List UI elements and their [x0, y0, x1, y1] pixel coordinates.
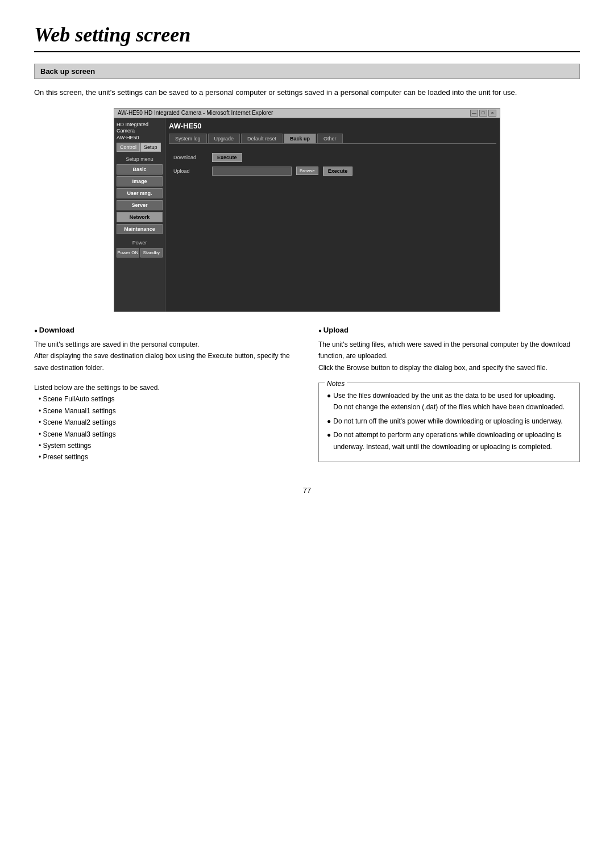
browse-button[interactable]: Browse — [296, 167, 318, 175]
page-number: 77 — [34, 486, 580, 495]
list-item-4: Scene Manual3 settings — [39, 429, 296, 440]
image-button[interactable]: Image — [117, 176, 163, 186]
section-header: Back up screen — [34, 64, 580, 79]
list-item-2: Scene Manual1 settings — [39, 405, 296, 417]
two-column-section: Download The unit's settings are saved i… — [34, 326, 580, 463]
intro-text: On this screen, the unit's settings can … — [34, 87, 580, 99]
notes-text-3: Do not attempt to perform any operations… — [333, 429, 571, 452]
basic-button[interactable]: Basic — [117, 164, 163, 175]
minimize-button[interactable]: — — [470, 110, 478, 117]
control-tab[interactable]: Control — [117, 143, 140, 152]
notes-bullet-3: ● — [327, 429, 331, 452]
upload-label: Upload — [173, 168, 208, 174]
upload-file-input[interactable] — [212, 167, 292, 176]
download-body2: After displaying the save destination di… — [34, 350, 296, 373]
notes-text-2: Do not turn off the unit's power while d… — [333, 416, 562, 427]
download-row: Download Execute — [173, 153, 492, 162]
notes-bullet-1: ● — [327, 390, 331, 413]
camera-model-line1: HD Integrated Camera — [117, 122, 163, 135]
browser-title: AW-HE50 HD Integrated Camera - Microsoft… — [118, 110, 273, 116]
notes-item-3: ● Do not attempt to perform any operatio… — [327, 429, 571, 452]
cam-model-title: AW-HE50 — [169, 122, 496, 130]
download-body3: Listed below are the settings to be save… — [34, 382, 296, 393]
list-item-6: Preset settings — [39, 451, 296, 463]
standby-button[interactable]: Standby — [140, 248, 163, 258]
upgrade-tab[interactable]: Upgrade — [208, 134, 240, 143]
browser-titlebar: AW-HE50 HD Integrated Camera - Microsoft… — [114, 109, 500, 118]
upload-body2: Click the Browse button to display the d… — [318, 362, 580, 373]
power-label: Power — [117, 240, 163, 246]
list-item-1: Scene FullAuto settings — [39, 393, 296, 405]
notes-title: Notes — [325, 378, 347, 389]
power-on-button[interactable]: Power ON — [117, 248, 139, 258]
setup-menu-label: Setup menu — [117, 156, 163, 162]
camera-model-line2: AW-HE50 — [117, 135, 163, 142]
list-item-3: Scene Manual2 settings — [39, 417, 296, 428]
notes-item-2: ● Do not turn off the unit's power while… — [327, 416, 571, 427]
upload-row: Upload Browse Execute — [173, 167, 492, 176]
maximize-button[interactable]: □ — [479, 110, 487, 117]
browser-window: AW-HE50 HD Integrated Camera - Microsoft… — [114, 108, 500, 312]
camera-main-content: AW-HE50 System log Upgrade Default reset… — [165, 118, 500, 312]
other-tab[interactable]: Other — [317, 134, 343, 143]
upload-body1: The unit's setting files, which were sav… — [318, 339, 580, 362]
control-setup-tabs: Control Setup — [117, 143, 163, 152]
download-description: Download The unit's settings are saved i… — [34, 326, 296, 463]
user-mng-button[interactable]: User mng. — [117, 188, 163, 198]
notes-text-1: Use the files downloaded by the unit as … — [333, 390, 565, 413]
camera-sidebar: HD Integrated Camera AW-HE50 Control Set… — [114, 118, 165, 312]
browser-body: HD Integrated Camera AW-HE50 Control Set… — [114, 118, 500, 312]
upload-heading: Upload — [318, 326, 580, 334]
camera-header-label: HD Integrated Camera AW-HE50 — [117, 122, 163, 142]
close-button[interactable]: × — [488, 110, 496, 117]
download-body1: The unit's settings are saved in the per… — [34, 339, 296, 350]
power-buttons: Power ON Standby — [117, 248, 163, 258]
notes-bullet-2: ● — [327, 416, 331, 427]
cam-content-area: Download Execute Upload Browse Execute — [169, 148, 496, 185]
system-log-tab[interactable]: System log — [169, 134, 207, 143]
download-heading: Download — [34, 326, 296, 334]
setup-tab[interactable]: Setup — [140, 143, 161, 152]
notes-box: Notes ● Use the files downloaded by the … — [318, 383, 580, 462]
upload-description: Upload The unit's setting files, which w… — [318, 326, 580, 463]
window-controls: — □ × — [470, 110, 496, 117]
maintenance-button[interactable]: Maintenance — [117, 224, 163, 234]
nav-tabs: System log Upgrade Default reset Back up… — [169, 134, 496, 144]
list-item-5: System settings — [39, 440, 296, 451]
back-up-tab[interactable]: Back up — [284, 134, 316, 143]
network-button[interactable]: Network — [117, 212, 163, 222]
notes-item-1: ● Use the files downloaded by the unit a… — [327, 390, 571, 413]
page-title: Web setting screen — [34, 23, 580, 52]
default-reset-tab[interactable]: Default reset — [241, 134, 283, 143]
download-execute-button[interactable]: Execute — [212, 153, 242, 162]
download-label: Download — [173, 155, 208, 160]
server-button[interactable]: Server — [117, 200, 163, 210]
upload-execute-button[interactable]: Execute — [323, 167, 353, 176]
